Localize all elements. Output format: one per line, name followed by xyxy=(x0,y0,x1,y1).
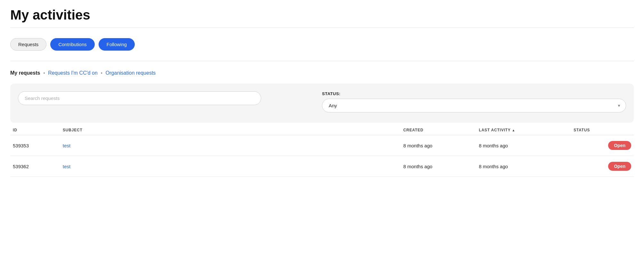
sub-nav: My requests • Requests I'm CC'd on • Org… xyxy=(10,68,634,76)
sub-nav-org[interactable]: Organisation requests xyxy=(106,70,156,76)
cell-subject-link-0[interactable]: test xyxy=(63,143,70,148)
status-filter-container: STATUS: Any Open Closed Pending ▼ xyxy=(322,91,626,112)
col-header-last-activity[interactable]: LAST ACTIVITY ▲ xyxy=(479,128,568,132)
sub-nav-my-requests: My requests xyxy=(10,70,40,76)
cell-subject-link-1[interactable]: test xyxy=(63,164,70,169)
table-header: ID SUBJECT CREATED LAST ACTIVITY ▲ STATU… xyxy=(10,123,634,135)
cell-status-1: Open xyxy=(574,162,631,171)
table-row[interactable]: 539353 test 8 months ago 8 months ago Op… xyxy=(10,135,634,156)
cell-created-1: 8 months ago xyxy=(403,164,474,169)
top-divider xyxy=(10,28,634,28)
search-container xyxy=(18,91,261,105)
cell-subject-1: test xyxy=(63,164,398,169)
page-title: My activities xyxy=(10,8,634,22)
cell-id-1: 539362 xyxy=(13,164,58,169)
sub-nav-cc[interactable]: Requests I'm CC'd on xyxy=(48,70,98,76)
dot-1: • xyxy=(43,70,45,76)
col-header-subject: SUBJECT xyxy=(63,128,398,132)
page-container: My activities Requests Contributions Fol… xyxy=(0,0,644,185)
col-header-created: CREATED xyxy=(403,128,474,132)
dot-2: • xyxy=(101,70,102,76)
cell-created-0: 8 months ago xyxy=(403,143,474,148)
col-header-status: STATUS xyxy=(574,128,631,132)
table-row[interactable]: 539362 test 8 months ago 8 months ago Op… xyxy=(10,156,634,177)
cell-id-0: 539353 xyxy=(13,143,58,148)
tab-divider xyxy=(10,61,634,61)
tab-following[interactable]: Following xyxy=(99,38,135,51)
status-select[interactable]: Any Open Closed Pending xyxy=(322,99,626,112)
cell-last-activity-1: 8 months ago xyxy=(479,164,568,169)
status-badge-0: Open xyxy=(608,141,631,150)
cell-last-activity-0: 8 months ago xyxy=(479,143,568,148)
table-section: ID SUBJECT CREATED LAST ACTIVITY ▲ STATU… xyxy=(10,123,634,177)
sort-ascending-icon: ▲ xyxy=(512,128,515,132)
tab-requests[interactable]: Requests xyxy=(10,38,46,51)
tab-contributions[interactable]: Contributions xyxy=(50,38,94,51)
filter-bar: STATUS: Any Open Closed Pending ▼ xyxy=(10,84,634,123)
col-header-id: ID xyxy=(13,128,58,132)
status-badge-1: Open xyxy=(608,162,631,171)
status-select-wrapper: Any Open Closed Pending ▼ xyxy=(322,99,626,112)
cell-subject-0: test xyxy=(63,143,398,148)
cell-status-0: Open xyxy=(574,141,631,150)
status-label: STATUS: xyxy=(322,91,341,96)
search-input[interactable] xyxy=(18,91,261,105)
tabs-row: Requests Contributions Following xyxy=(10,34,634,54)
